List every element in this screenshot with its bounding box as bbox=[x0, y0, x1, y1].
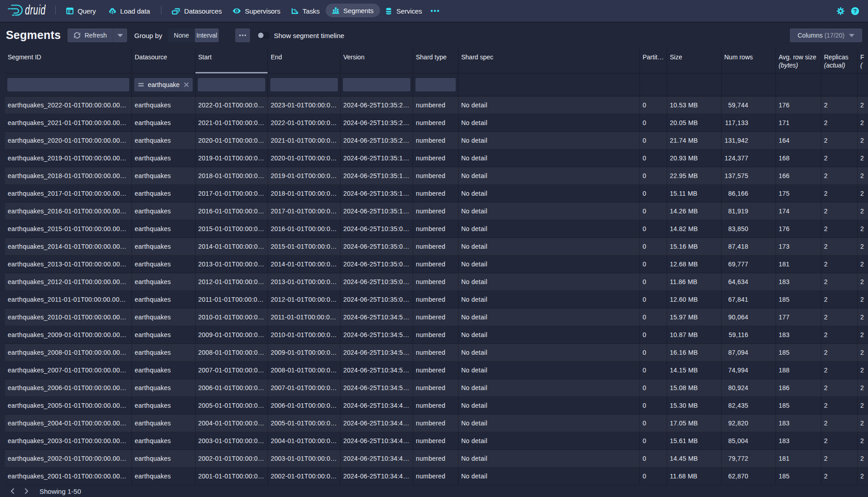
svg-text:?: ? bbox=[853, 7, 857, 14]
